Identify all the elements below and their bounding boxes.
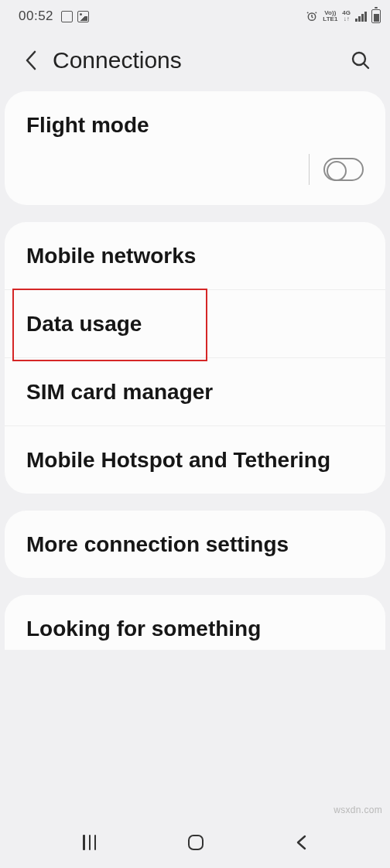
status-bar: 00:52 Vo)) LTE1 4G ↓↑	[0, 0, 390, 32]
stop-icon	[61, 11, 73, 22]
nav-back-button[interactable]	[295, 834, 307, 851]
sim-manager-row[interactable]: SIM card manager	[5, 358, 385, 426]
home-button[interactable]	[188, 835, 204, 850]
mobile-networks-label: Mobile networks	[26, 242, 364, 269]
battery-icon	[371, 9, 381, 23]
divider	[309, 154, 310, 185]
data-indicator: 4G ↓↑	[342, 10, 351, 22]
flight-mode-label: Flight mode	[26, 111, 364, 138]
status-time: 00:52	[19, 9, 53, 24]
page-title: Connections	[53, 47, 347, 73]
data-usage-row[interactable]: Data usage	[5, 290, 385, 358]
flight-mode-row[interactable]: Flight mode	[5, 91, 385, 143]
svg-line-2	[364, 63, 368, 68]
search-icon	[351, 50, 371, 70]
hotspot-label: Mobile Hotspot and Tethering	[26, 446, 364, 473]
more-settings-row[interactable]: More connection settings	[5, 511, 385, 578]
more-settings-label: More connection settings	[26, 531, 364, 558]
hotspot-row[interactable]: Mobile Hotspot and Tethering	[5, 426, 385, 494]
status-left: 00:52	[19, 9, 89, 24]
search-hint-label: Looking for something	[26, 615, 364, 642]
back-button[interactable]	[17, 46, 45, 74]
signal-icon	[355, 11, 367, 22]
volte-indicator: Vo)) LTE1	[323, 10, 337, 22]
search-hint-row[interactable]: Looking for something	[5, 595, 385, 650]
flight-mode-toggle-area	[5, 143, 385, 205]
flight-mode-card: Flight mode	[5, 91, 385, 205]
search-hint-card: Looking for something	[5, 595, 385, 650]
chevron-left-icon	[295, 834, 307, 851]
sim-manager-label: SIM card manager	[26, 378, 364, 405]
status-right: Vo)) LTE1 4G ↓↑	[306, 9, 381, 23]
chevron-left-icon	[24, 50, 38, 71]
watermark: wsxdn.com	[334, 805, 382, 815]
alarm-icon	[306, 10, 318, 22]
recents-button[interactable]	[83, 835, 96, 850]
header: Connections	[0, 32, 390, 91]
mobile-networks-row[interactable]: Mobile networks	[5, 222, 385, 290]
network-card: Mobile networks Data usage SIM card mana…	[5, 222, 385, 494]
navigation-bar	[0, 817, 390, 868]
data-usage-label: Data usage	[26, 310, 364, 337]
picture-icon	[77, 11, 89, 22]
more-settings-card: More connection settings	[5, 511, 385, 578]
flight-mode-toggle[interactable]	[323, 158, 364, 181]
search-button[interactable]	[347, 46, 375, 74]
